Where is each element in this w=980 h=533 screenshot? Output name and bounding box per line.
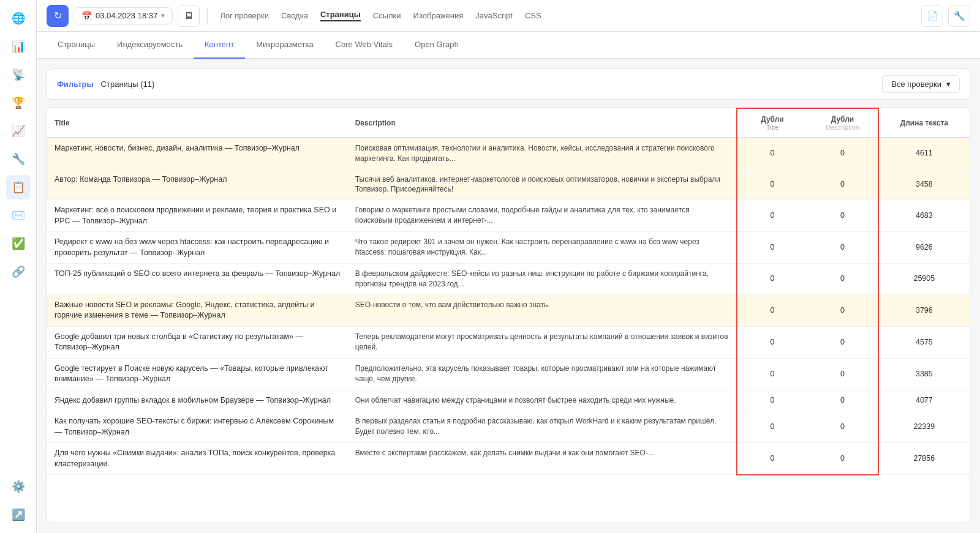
topbar: ↻ 📅 03.04.2023 18:37 ▾ 🖥 Лог проверки Св… <box>37 0 980 32</box>
dubi-description-cell: 0 <box>807 169 878 200</box>
main-area: ↻ 📅 03.04.2023 18:37 ▾ 🖥 Лог проверки Св… <box>37 0 980 533</box>
radar-icon[interactable]: 📡 <box>6 62 31 87</box>
table-row: Яндекс добавил группы вкладок в мобильно… <box>47 390 970 411</box>
subtab-pages[interactable]: Страницы <box>47 32 106 59</box>
file-action-button[interactable]: 📄 <box>921 5 943 27</box>
trophy-icon[interactable]: 🏆 <box>6 91 31 115</box>
dubi-description-cell: 0 <box>807 443 878 475</box>
dubi-description-cell: 0 <box>807 200 878 232</box>
description-cell: В первых разделах статьи я подробно расс… <box>348 411 737 443</box>
description-cell: Теперь рекламодатели могут просматривать… <box>348 326 737 358</box>
export-icon[interactable]: ↗️ <box>6 502 31 527</box>
filters-button[interactable]: Фильтры <box>57 80 94 89</box>
device-selector[interactable]: 🖥 <box>178 5 200 27</box>
dubi-title-cell: 0 <box>737 232 807 264</box>
length-cell: 3796 <box>878 294 970 326</box>
topbar-nav: Лог проверки Сводка Страницы Ссылки Изоб… <box>220 10 541 21</box>
globe-icon[interactable]: 🌐 <box>6 6 31 31</box>
chevron-down-icon: ▾ <box>946 80 951 89</box>
table-row: Как получать хорошие SEO-тексты с биржи:… <box>47 411 970 443</box>
description-cell: Вместе с экспертами расскажем, как делат… <box>348 443 737 475</box>
subtab-microdata[interactable]: Микроразметка <box>245 32 324 59</box>
nav-links[interactable]: Ссылки <box>373 11 401 20</box>
description-cell: Что такое редирект 301 и зачем он нужен.… <box>348 232 737 264</box>
title-cell: Маркетинг, новости, бизнес, дизайн, анал… <box>47 138 348 169</box>
dubi-title-cell: 0 <box>737 138 807 169</box>
dubi-title-column-header: Дубли Title <box>737 108 807 138</box>
topbar-divider <box>207 7 208 24</box>
description-column-header: Description <box>348 108 737 138</box>
title-cell: Автор: Команда Топвизора — Топвизор–Журн… <box>47 169 348 200</box>
subtab-open-graph[interactable]: Open Graph <box>404 32 470 59</box>
dubi-description-column-header: Дубли Description <box>807 108 878 138</box>
length-cell: 3458 <box>878 169 970 200</box>
content-area: Фильтры Страницы (11) Все проверки ▾ Tit… <box>37 59 980 533</box>
nav-images[interactable]: Изображения <box>413 11 464 20</box>
dubi-title-cell: 0 <box>737 390 807 411</box>
topbar-actions: 📄 🔧 <box>921 5 970 27</box>
nav-log[interactable]: Лог проверки <box>220 11 269 20</box>
trending-icon[interactable]: 📈 <box>6 119 31 143</box>
dubi-title-cell: 0 <box>737 294 807 326</box>
dubi-description-cell: 0 <box>807 390 878 411</box>
description-cell: Предположительно, эта карусель показывае… <box>348 358 737 390</box>
dubi-title-cell: 0 <box>737 264 807 295</box>
table-row: Редирект с www на без www через htaccess… <box>47 232 970 264</box>
description-cell: Поисковая оптимизация, технологии и анал… <box>348 138 737 169</box>
subtabs: Страницы Индексируемость Контент Микрора… <box>37 32 980 59</box>
checks-dropdown[interactable]: Все проверки ▾ <box>882 75 960 93</box>
description-cell: SEO-новости о том, что вам действительно… <box>348 294 737 326</box>
subtab-core-web-vitals[interactable]: Core Web Vitals <box>325 32 404 59</box>
table-row: Для чего нужны «Снимки выдачи»: анализ Т… <box>47 443 970 475</box>
length-cell: 4077 <box>878 390 970 411</box>
nav-summary[interactable]: Сводка <box>281 11 308 20</box>
data-table-wrapper: Title Description Дубли Title Дубли Desc… <box>47 107 970 523</box>
dubi-title-cell: 0 <box>737 411 807 443</box>
calendar-icon: 📅 <box>81 11 92 21</box>
dubi-description-cell: 0 <box>807 294 878 326</box>
table-icon[interactable]: 📋 <box>6 175 31 199</box>
title-column-header: Title <box>47 108 348 138</box>
table-row: Важные новости SEO и рекламы: Google, Ян… <box>47 294 970 326</box>
dubi-description-cell: 0 <box>807 232 878 264</box>
check-icon[interactable]: ✅ <box>6 231 31 256</box>
table-row: Маркетинг, новости, бизнес, дизайн, анал… <box>47 138 970 169</box>
wrench-action-button[interactable]: 🔧 <box>948 5 970 27</box>
dubi-description-cell: 0 <box>807 264 878 295</box>
mail-icon[interactable]: ✉️ <box>6 203 31 228</box>
title-cell: Маркетинг: всё о поисковом продвижении и… <box>47 200 348 232</box>
length-cell: 27856 <box>878 443 970 475</box>
settings-icon[interactable]: ⚙️ <box>6 474 31 499</box>
date-selector[interactable]: 📅 03.04.2023 18:37 ▾ <box>74 7 173 24</box>
date-label: 03.04.2023 18:37 <box>96 11 157 20</box>
title-cell: Для чего нужны «Снимки выдачи»: анализ Т… <box>47 443 348 475</box>
dubi-description-cell: 0 <box>807 358 878 390</box>
pages-count-label: Страницы (11) <box>101 80 155 89</box>
length-cell: 25905 <box>878 264 970 295</box>
subtab-indexability[interactable]: Индексируемость <box>106 32 194 59</box>
dropdown-label: Все проверки <box>891 80 941 89</box>
nav-pages[interactable]: Страницы <box>320 10 361 21</box>
subtab-content[interactable]: Контент <box>194 32 245 59</box>
chevron-down-icon: ▾ <box>161 12 165 20</box>
description-cell: Они облегчат навигацию между страницами … <box>348 390 737 411</box>
dubi-description-cell: 0 <box>807 411 878 443</box>
title-cell: Редирект с www на без www через htaccess… <box>47 232 348 264</box>
description-cell: В февральском дайджесте: SEO-кейсы из ра… <box>348 264 737 295</box>
nav-css[interactable]: CSS <box>525 11 541 20</box>
dubi-title-cell: 0 <box>737 169 807 200</box>
length-cell: 3385 <box>878 358 970 390</box>
description-cell: Тысячи веб аналитиков, интернет-маркетол… <box>348 169 737 200</box>
title-cell: Google добавил три новых столбца в «Стат… <box>47 326 348 358</box>
dubi-description-cell: 0 <box>807 326 878 358</box>
nav-js[interactable]: JavaScript <box>475 11 513 20</box>
data-table: Title Description Дубли Title Дубли Desc… <box>47 108 970 475</box>
chart-bar-icon[interactable]: 📊 <box>6 34 31 59</box>
tools-icon[interactable]: 🔧 <box>6 147 31 171</box>
refresh-button[interactable]: ↻ <box>47 5 69 27</box>
length-cell: 4611 <box>878 138 970 169</box>
table-row: Маркетинг: всё о поисковом продвижении и… <box>47 200 970 232</box>
title-cell: Яндекс добавил группы вкладок в мобильно… <box>47 390 348 411</box>
nodes-icon[interactable]: 🔗 <box>6 259 31 284</box>
length-cell: 4683 <box>878 200 970 232</box>
